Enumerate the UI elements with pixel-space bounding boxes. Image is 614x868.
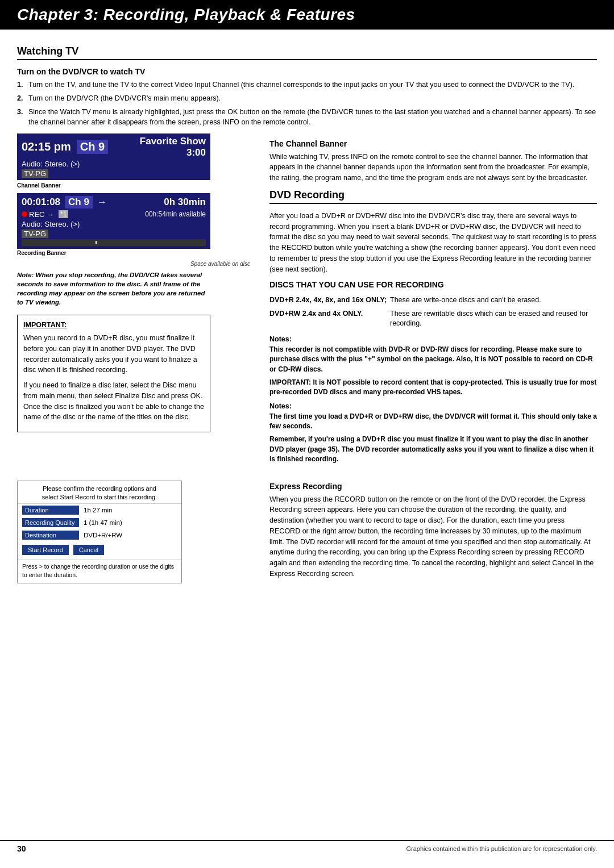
rec-dot	[22, 211, 27, 217]
note-2: IMPORTANT: It is NOT possible to record …	[269, 378, 597, 398]
chapter-title: Chapter 3: Recording, Playback & Feature…	[17, 6, 355, 23]
dvd-recording-body: After you load a DVD+R or DVD+RW disc in…	[269, 211, 597, 275]
banner-pg: TV-PG	[22, 169, 48, 178]
page-container: Chapter 3: Recording, Playback & Feature…	[0, 0, 614, 868]
col-right-express: Express Recording When you press the REC…	[269, 474, 597, 587]
notes-label-2: Notes:	[269, 402, 597, 410]
rec-ch: Ch 9	[65, 196, 93, 208]
rec-timecode: 00:01:08	[22, 197, 60, 208]
express-ui-header: Please confirm the recording options and…	[18, 481, 181, 504]
discs-heading: DISCS THAT YOU CAN USE FOR RECORDING	[269, 280, 597, 289]
step-1-text: Turn on the TV, and tune the TV to the c…	[28, 80, 574, 90]
dvd-recording-title: DVD Recording	[269, 189, 597, 204]
col-left-channel: 02:15 pm Ch 9 Favorite Show 3:00 Audio: …	[17, 133, 256, 468]
express-row-duration: Duration 1h 27 min	[18, 504, 181, 516]
important-title: IMPORTANT:	[23, 320, 204, 330]
step-3: 3. Since the Watch TV menu is already hi…	[17, 107, 597, 127]
step-2-text: Turn on the DVD/VCR (the DVD/VCR's main …	[28, 93, 221, 103]
disc-value-1: These are write-once discs and can't be …	[390, 294, 597, 307]
disc-row-1: DVD+R 2.4x, 4x, 8x, and 16x ONLY; These …	[269, 294, 597, 307]
content-area: Watching TV Turn on the DVD/VCR to watch…	[0, 30, 614, 621]
express-row-quality: Recording Quality 1 (1h 47 min)	[18, 516, 181, 529]
rec-row2: REC → *1 00h:54min available	[22, 210, 206, 219]
step-3-text: Since the Watch TV menu is already highl…	[28, 107, 597, 127]
page-footer: 30 Graphics contained within this public…	[0, 840, 614, 857]
warning-note: Note: When you stop recording, the DVD/V…	[17, 270, 210, 307]
rec-avail: 00h:54min available	[145, 210, 206, 218]
disc-label-1: DVD+R 2.4x, 4x, 8x, and 16x ONLY;	[269, 294, 390, 307]
rec-arrow: →	[97, 197, 107, 208]
rec-rating-row: TV-PG	[22, 229, 206, 238]
chapter-header: Chapter 3: Recording, Playback & Feature…	[0, 0, 614, 30]
step-2: 2. Turn on the DVD/VCR (the DVD/VCR's ma…	[17, 93, 597, 103]
express-ui-box: Please confirm the recording options and…	[17, 481, 182, 583]
channel-banner-title: The Channel Banner	[269, 139, 597, 148]
note-1: This recorder is not compatible with DVD…	[269, 345, 597, 374]
disc-value-2: These are rewritable discs which can be …	[390, 307, 597, 331]
step-2-num: 2.	[17, 93, 25, 103]
banner-ch: Ch 9	[77, 140, 108, 154]
rec-progress-line	[96, 241, 97, 244]
channel-banner-display: 02:15 pm Ch 9 Favorite Show 3:00 Audio: …	[17, 133, 210, 180]
step-1-num: 1.	[17, 80, 25, 90]
note-4: Remember, if you're using a DVD+R disc y…	[269, 435, 597, 464]
express-value-duration: 1h 27 min	[79, 507, 113, 514]
col-right-channel: The Channel Banner While watching TV, pr…	[269, 133, 597, 468]
express-header-line1: Please confirm the recording options and	[43, 485, 156, 492]
express-ui-note: Press > to change the recording duration…	[18, 560, 181, 582]
cancel-button[interactable]: Cancel	[73, 545, 104, 555]
rec-audio: Audio: Stereo. (>)	[22, 220, 206, 228]
express-recording-body: When you press the RECORD button on the …	[269, 494, 597, 579]
note-3: The first time you load a DVD+R or DVD+R…	[269, 412, 597, 432]
banner-row1: 02:15 pm Ch 9 Favorite Show 3:00	[22, 136, 206, 158]
col-left-express: Please confirm the recording options and…	[17, 474, 256, 587]
express-header-line2: select Start Record to start this record…	[42, 494, 157, 500]
step-3-num: 3.	[17, 107, 25, 127]
page-number: 30	[17, 844, 26, 853]
channel-banner-section: 02:15 pm Ch 9 Favorite Show 3:00 Audio: …	[17, 133, 597, 468]
watching-tv-title: Watching TV	[17, 45, 597, 60]
express-label-destination: Destination	[22, 531, 79, 540]
banner-show: Favorite Show 3:00	[140, 136, 206, 158]
rec-banner-row1: 00:01:08 Ch 9 → 0h 30min	[22, 196, 206, 208]
rec-text: REC →	[29, 210, 54, 219]
start-record-button[interactable]: Start Record	[22, 545, 69, 555]
express-label-quality: Recording Quality	[22, 518, 79, 527]
important-para-2: If you need to finalize a disc later, se…	[23, 380, 204, 423]
important-box: IMPORTANT: When you record to a DVD+R di…	[17, 315, 210, 432]
space-note: Space available on disc	[17, 261, 250, 267]
steps-list: 1. Turn on the TV, and tune the TV to th…	[17, 80, 597, 128]
disc-row-2: DVD+RW 2.4x and 4x ONLY. These are rewri…	[269, 307, 597, 331]
footer-note: Graphics contained within this publicati…	[406, 845, 597, 852]
important-para-1: When you record to a DVD+R disc, you mus…	[23, 333, 204, 375]
rec-progress-area	[22, 239, 206, 246]
notes-label: Notes:	[269, 335, 597, 343]
express-value-quality: 1 (1h 47 min)	[79, 519, 122, 526]
channel-banner-text: While watching TV, press INFO on the rem…	[269, 152, 597, 183]
rec-rating: TV-PG	[22, 229, 48, 238]
banner-rating: TV-PG	[22, 169, 206, 178]
disc-table: DVD+R 2.4x, 4x, 8x, and 16x ONLY; These …	[269, 294, 597, 331]
rec-star: *1	[59, 210, 68, 218]
express-label-duration: Duration	[22, 506, 79, 515]
banner-audio: Audio: Stereo. (>)	[22, 160, 206, 168]
express-ui-buttons: Start Record Cancel	[18, 541, 181, 560]
express-recording-section: Please confirm the recording options and…	[17, 474, 597, 587]
rec-indicator: REC →	[22, 210, 54, 219]
channel-banner-label: Channel Banner	[17, 182, 256, 189]
express-value-destination: DVD+R/+RW	[79, 532, 122, 539]
step-1: 1. Turn on the TV, and tune the TV to th…	[17, 80, 597, 90]
turn-on-dvd-title: Turn on the DVD/VCR to watch TV	[17, 67, 597, 76]
banner-time: 02:15 pm	[22, 140, 71, 153]
express-recording-title: Express Recording	[269, 482, 597, 491]
recording-banner-display: 00:01:08 Ch 9 → 0h 30min REC → *1 00h:54…	[17, 193, 210, 249]
rec-duration: 0h 30min	[164, 197, 206, 208]
express-row-destination: Destination DVD+R/+RW	[18, 529, 181, 541]
disc-label-2: DVD+RW 2.4x and 4x ONLY.	[269, 307, 390, 331]
recording-banner-label: Recording Banner	[17, 250, 256, 256]
